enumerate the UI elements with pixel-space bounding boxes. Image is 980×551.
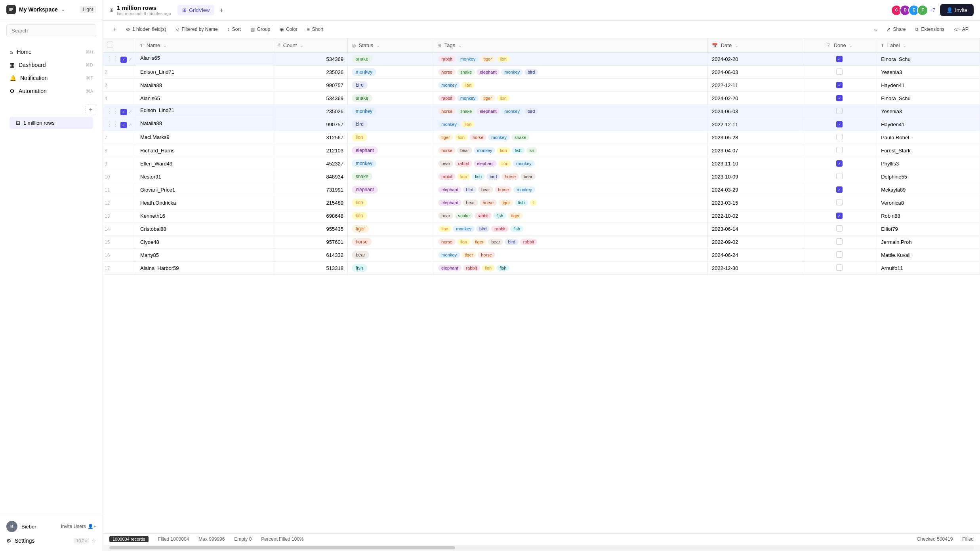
cell-done[interactable]: ✓ <box>802 79 877 92</box>
workspace-selector[interactable]: My Workspace ⌄ <box>6 5 65 14</box>
cell-done[interactable]: ✓ <box>802 53 877 66</box>
cell-done[interactable] <box>802 236 877 249</box>
share-button[interactable]: ↗ Share <box>883 25 909 34</box>
cell-done[interactable] <box>802 66 877 79</box>
cell-name[interactable]: Giovani_Price1 <box>136 183 273 196</box>
expand-row-button[interactable]: ⤢ <box>128 122 132 127</box>
cell-name[interactable]: Richard_Harris <box>136 144 273 157</box>
sort-button[interactable]: ↕ Sort <box>223 25 245 34</box>
done-checkbox[interactable]: ✓ <box>836 160 843 167</box>
done-checkbox[interactable]: ✓ <box>836 82 843 88</box>
done-checkbox[interactable]: ✓ <box>836 56 843 62</box>
check-icon: ☑ <box>826 43 831 48</box>
cell-done[interactable]: ✓ <box>802 92 877 105</box>
header-date[interactable]: 📅 Date ⌄ <box>708 38 802 53</box>
cell-done[interactable] <box>802 222 877 236</box>
cell-done[interactable] <box>802 249 877 262</box>
group-button[interactable]: ▤ Group <box>246 25 274 34</box>
done-checkbox[interactable]: ✓ <box>836 121 843 127</box>
done-checkbox[interactable] <box>836 225 843 232</box>
invite-button[interactable]: 👤 Invite <box>940 4 974 16</box>
sidebar-item-home[interactable]: ⌂ Home ⌘H <box>3 46 99 58</box>
short-button[interactable]: ≡ Short <box>303 25 328 34</box>
row-checkbox[interactable]: ✓ <box>120 57 127 63</box>
cell-name[interactable]: Alanis65 <box>136 92 273 105</box>
add-table-button[interactable]: + <box>85 104 96 115</box>
cell-name[interactable]: Edison_Lind71 <box>136 105 273 116</box>
filter-button[interactable]: ▽ Filtered by Name <box>172 25 221 34</box>
cell-done[interactable]: ✓ <box>802 183 877 196</box>
collapse-button[interactable]: « <box>870 24 881 35</box>
cell-done[interactable]: ✓ <box>802 209 877 222</box>
add-field-button[interactable]: + <box>109 24 120 35</box>
done-checkbox[interactable]: ✓ <box>836 213 843 219</box>
expand-row-button[interactable]: ⤢ <box>128 109 132 114</box>
search-input[interactable] <box>6 24 96 37</box>
done-checkbox[interactable] <box>836 134 843 140</box>
cell-done[interactable] <box>802 196 877 209</box>
header-done[interactable]: ☑ Done ⌄ <box>802 38 877 53</box>
cell-name[interactable]: Clyde48 <box>136 236 273 249</box>
cell-name[interactable]: Alanis65 <box>136 53 273 64</box>
cell-name[interactable]: Natalia88 <box>136 118 273 129</box>
header-status[interactable]: ◎ Status ⌄ <box>347 38 433 53</box>
drag-handle[interactable]: ⋮⋮ <box>105 108 120 114</box>
sidebar-mode[interactable]: Light <box>80 6 96 13</box>
cell-done[interactable] <box>802 144 877 157</box>
sidebar-item-1million[interactable]: ⊞ 1 million rows <box>10 117 93 129</box>
cell-name[interactable]: Kenneth16 <box>136 209 273 222</box>
cell-name[interactable]: Nestor91 <box>136 170 273 183</box>
cell-name[interactable]: Natalia88 <box>136 79 273 92</box>
color-button[interactable]: ◉ Color <box>276 25 301 34</box>
cell-name[interactable]: Ellen_Ward49 <box>136 157 273 170</box>
tab-gridview[interactable]: ⊞ GridView <box>177 5 215 15</box>
sidebar-item-automation[interactable]: ⚙ Automation ⌘A <box>3 85 99 97</box>
cell-done[interactable] <box>802 262 877 275</box>
max-label: Max 999996 <box>198 536 225 542</box>
done-checkbox[interactable] <box>836 173 843 179</box>
hidden-fields-button[interactable]: ⊘ 1 hidden field(s) <box>122 25 170 34</box>
cell-name[interactable]: Alaina_Harbor59 <box>136 262 273 275</box>
drag-handle[interactable]: ⋮⋮ <box>105 55 120 62</box>
cell-done[interactable]: ✓ <box>802 118 877 131</box>
done-checkbox[interactable] <box>836 68 843 75</box>
invite-users-button[interactable]: Invite Users 👤+ <box>61 524 96 529</box>
done-checkbox[interactable] <box>836 108 843 114</box>
cell-done[interactable] <box>802 131 877 144</box>
horizontal-scrollbar[interactable] <box>109 546 974 549</box>
done-checkbox[interactable] <box>836 264 843 271</box>
done-checkbox[interactable] <box>836 238 843 245</box>
cell-done[interactable] <box>802 105 877 118</box>
expand-row-button[interactable]: ⤢ <box>128 57 132 62</box>
cell-name[interactable]: Maci.Marks9 <box>136 131 273 144</box>
scrollbar-thumb[interactable] <box>109 546 455 549</box>
settings-item[interactable]: ⚙ Settings <box>6 538 35 544</box>
done-checkbox[interactable] <box>836 147 843 153</box>
drag-handle[interactable]: ⋮⋮ <box>105 121 120 127</box>
done-checkbox[interactable]: ✓ <box>836 95 843 101</box>
api-button[interactable]: </> API <box>950 25 974 34</box>
row-checkbox[interactable]: ✓ <box>120 122 127 128</box>
cell-name[interactable]: Cristobal88 <box>136 222 273 236</box>
cell-done[interactable]: ✓ <box>802 157 877 170</box>
header-checkbox[interactable] <box>107 42 113 48</box>
cell-date: 2023-05-28 <box>708 131 802 144</box>
row-checkbox[interactable]: ✓ <box>120 109 127 115</box>
done-checkbox[interactable] <box>836 199 843 205</box>
done-checkbox[interactable]: ✓ <box>836 186 843 193</box>
table-container[interactable]: 𝐓 Name ⌄ # Count ⌄ ◎ Status ⌄ <box>103 38 980 533</box>
header-name[interactable]: 𝐓 Name ⌄ <box>136 38 273 53</box>
extensions-button[interactable]: ⧉ Extensions <box>911 25 948 34</box>
cell-name[interactable]: Marty85 <box>136 249 273 262</box>
header-label[interactable]: 𝐓 Label ⌄ <box>877 38 980 53</box>
header-count[interactable]: # Count ⌄ <box>273 38 348 53</box>
header-tags[interactable]: ⊞ Tags ⌄ <box>433 38 708 53</box>
add-view-button[interactable]: + <box>216 5 227 16</box>
sidebar-item-dashboard[interactable]: ▦ Dashboard ⌘D <box>3 59 99 71</box>
cell-name[interactable]: Edison_Lind71 <box>136 66 273 79</box>
sidebar-item-notification[interactable]: 🔔 Notification ⌘T <box>3 72 99 84</box>
tag-item: monkey <box>453 226 475 232</box>
cell-done[interactable] <box>802 170 877 183</box>
done-checkbox[interactable] <box>836 251 843 258</box>
cell-name[interactable]: Heath.Ondricka <box>136 196 273 209</box>
